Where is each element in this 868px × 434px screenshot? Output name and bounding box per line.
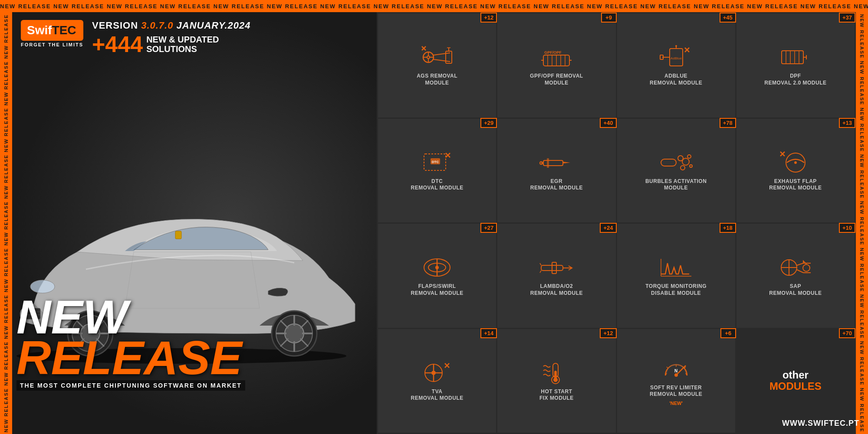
module-icon-torque	[659, 255, 694, 281]
module-cell-3: +37 DPFREMOVAL 2.0 MODULE	[736, 13, 855, 117]
module-cell-14: +6 N SOFT REV LIMITERREMOVAL MODULE'NEW'	[617, 329, 735, 433]
module-badge-1: +9	[601, 13, 617, 23]
module-cell-12: +14 TVAREMOVAL MODULE	[378, 329, 496, 433]
module-cell-4: +29 DTC DTCREMOVAL MODULE	[378, 119, 496, 223]
svg-point-104	[431, 371, 436, 375]
svg-line-111	[676, 365, 686, 375]
module-icon-exhaust	[778, 150, 813, 176]
svg-text:GPF/OPF: GPF/OPF	[545, 50, 562, 55]
top-banner-text: NEW RELEASE NEW RELEASE NEW RELEASE NEW …	[0, 3, 868, 10]
svg-point-76	[681, 166, 685, 170]
module-name-2: ADBLUEREMOVAL MODULE	[650, 73, 702, 86]
module-icon-tva	[420, 360, 454, 386]
module-badge-6: +78	[720, 118, 736, 128]
module-cell-11: +10 SAPREMOVAL MODULE	[736, 224, 855, 328]
module-name-4: DTCREMOVAL MODULE	[411, 178, 464, 192]
module-name-8: FLAPS/SWIRLREMOVAL MODULE	[411, 283, 464, 297]
svg-line-91	[540, 271, 541, 273]
module-badge-9: +24	[600, 223, 616, 233]
svg-text:N: N	[674, 369, 677, 373]
module-name-5: EGRREMOVAL MODULE	[530, 178, 583, 192]
new-badge-14: 'NEW'	[669, 401, 683, 406]
solutions-text: NEW & UPDATED SOLUTIONS	[146, 35, 219, 54]
main-content: Swif TEC FORGET THE LIMITS VERSION 3.0.7…	[12, 12, 856, 434]
svg-point-51	[675, 45, 677, 47]
logo-wrapper: Swif TEC FORGET THE LIMITS	[21, 20, 83, 47]
header-area: Swif TEC FORGET THE LIMITS VERSION 3.0.7…	[21, 20, 251, 55]
release-text: RELEASE	[16, 331, 242, 384]
logo-tec: TEC	[52, 23, 76, 37]
svg-line-34	[434, 59, 450, 62]
website-url: WWW.SWIFTEC.PT	[782, 419, 859, 428]
module-badge-13: +12	[600, 328, 616, 338]
module-name-11: SAPREMOVAL MODULE	[769, 283, 822, 297]
new-release-section: NEW RELEASE THE MOST COMPLETE CHIPTUNING…	[16, 297, 245, 391]
module-icon-flaps	[420, 255, 454, 281]
solutions-line: +444 NEW & UPDATED SOLUTIONS	[92, 33, 251, 55]
svg-rect-69	[543, 160, 563, 166]
solutions-line2: SOLUTIONS	[146, 44, 219, 54]
top-banner: NEW RELEASE NEW RELEASE NEW RELEASE NEW …	[0, 0, 868, 12]
new-release-text: NEW RELEASE	[16, 297, 245, 378]
svg-point-86	[435, 266, 439, 269]
svg-text:DTC: DTC	[432, 160, 439, 164]
module-icon-dpf	[778, 44, 813, 70]
version-label: VERSION	[92, 20, 138, 31]
svg-rect-73	[661, 159, 676, 166]
svg-rect-27	[175, 231, 181, 239]
module-cell-8: +27 FLAPS/SWIRLREMOVAL MODULE	[378, 224, 496, 328]
module-icon-gpf: GPF/OPF	[539, 44, 574, 70]
module-icon-sap	[778, 255, 813, 281]
module-name-13: HOT STARTFIX MODULE	[539, 388, 574, 402]
solutions-line1: NEW & UPDATED	[146, 35, 219, 44]
svg-rect-88	[552, 262, 556, 274]
module-name-10: TORQUE MONITORINGDISABLE MODULE	[645, 283, 707, 297]
module-badge-8: +27	[480, 223, 497, 233]
logo-tagline: FORGET THE LIMITS	[21, 42, 83, 47]
module-icon-dtc: DTC	[420, 150, 454, 176]
module-cell-1: +9 GPF/OPF GPF/OPF REMOVALMODULE	[497, 13, 615, 117]
module-name-0: AGS REMOVALMODULE	[417, 73, 457, 86]
svg-point-100	[803, 264, 810, 271]
module-name-14: SOFT REV LIMITERREMOVAL MODULE	[650, 385, 702, 398]
module-cell-15: +70otherMODULES	[736, 329, 855, 433]
svg-point-32	[427, 56, 429, 58]
module-name-3: DPFREMOVAL 2.0 MODULE	[764, 73, 826, 86]
module-badge-10: +18	[720, 223, 736, 233]
version-date-val: JANUARY.2024	[177, 20, 251, 31]
svg-point-77	[687, 155, 691, 158]
header-text: VERSION 3.0.7.0 JANUARY.2024 +444 NEW & …	[92, 20, 251, 55]
module-icon-burbles	[659, 150, 694, 176]
svg-line-90	[540, 263, 541, 265]
module-badge-14: +6	[720, 328, 736, 338]
module-cell-6: +78 BURBLES ACTIVATIONMODULE	[617, 119, 735, 223]
module-name-6: BURBLES ACTIVATIONMODULE	[645, 178, 707, 192]
svg-text:AdBlue: AdBlue	[671, 56, 682, 60]
module-badge-3: +37	[839, 13, 855, 23]
side-banner-left-text: NEW RELEASE NEW RELEASE NEW RELEASE NEW …	[3, 12, 9, 434]
svg-point-80	[794, 161, 797, 164]
module-cell-9: +24 LAMBDA/O2REMOVAL MODULE	[497, 224, 615, 328]
side-banner-right: NEW RELEASE NEW RELEASE NEW RELEASE NEW …	[856, 12, 868, 434]
module-cell-2: +45 AdBlue ADBLUEREMOVAL MODULE	[617, 13, 735, 117]
svg-rect-70	[547, 158, 549, 168]
version-num-val: 3.0.7.0	[141, 20, 173, 31]
module-cell-0: +12 AGS REMOVALMODULE	[378, 13, 496, 117]
side-banner-left: NEW RELEASE NEW RELEASE NEW RELEASE NEW …	[0, 12, 12, 434]
module-name-12: TVAREMOVAL MODULE	[411, 388, 464, 402]
module-badge-4: +29	[480, 118, 497, 128]
module-name-1: GPF/OPF REMOVALMODULE	[530, 73, 583, 86]
svg-point-78	[690, 165, 692, 167]
module-badge-15: +70	[839, 328, 855, 338]
tagline-text: THE MOST COMPLETE CHIPTUNING SOFTWARE ON…	[16, 380, 245, 391]
module-name-7: EXHAUST FLAPREMOVAL MODULE	[769, 178, 822, 192]
module-icon-lambda	[539, 255, 574, 281]
svg-rect-110	[554, 371, 557, 379]
left-panel: Swif TEC FORGET THE LIMITS VERSION 3.0.7…	[12, 12, 377, 434]
module-icon-hotstart	[539, 360, 574, 386]
module-badge-11: +10	[839, 223, 855, 233]
module-badge-7: +13	[839, 118, 855, 128]
module-icon-softrev: N	[659, 356, 694, 382]
svg-point-112	[674, 373, 678, 377]
module-badge-12: +14	[480, 328, 497, 338]
